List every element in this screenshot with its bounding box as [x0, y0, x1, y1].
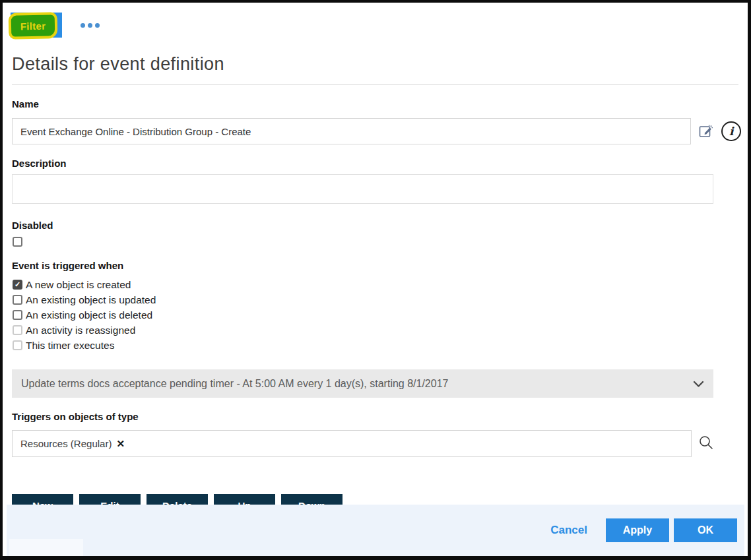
search-object-type-button[interactable] — [698, 434, 715, 453]
ellipsis-icon — [81, 23, 85, 28]
timer-select-value: Update terms docs acceptance pending tim… — [21, 378, 448, 390]
description-label: Description — [12, 158, 738, 169]
disabled-label: Disabled — [12, 220, 738, 231]
dialog-content: Filter Details for event definition Name — [3, 3, 748, 516]
name-label: Name — [12, 98, 738, 109]
trigger-options-list: ✓ A new object is created ✓ An existing … — [13, 277, 741, 353]
trigger-section-label: Event is triggered when — [12, 260, 738, 271]
screenshot-frame: Filter Details for event definition Name — [0, 0, 751, 560]
object-types-row: Resources (Regular) ✕ — [12, 430, 741, 457]
timer-select[interactable]: Update terms docs acceptance pending tim… — [12, 369, 713, 398]
apply-button[interactable]: Apply — [606, 518, 669, 542]
checkbox[interactable]: ✓ — [13, 310, 22, 320]
dialog-footer: Cancel Apply OK — [7, 505, 744, 556]
trigger-option-object-deleted[interactable]: ✓ An existing object is deleted — [13, 307, 741, 323]
object-type-tag: Resources (Regular) ✕ — [20, 438, 125, 450]
description-input[interactable] — [12, 174, 713, 204]
more-options-button[interactable] — [79, 19, 101, 32]
filter-highlight-annotation: Filter — [9, 12, 58, 40]
chevron-down-icon — [693, 379, 704, 390]
ellipsis-icon — [95, 23, 100, 28]
trigger-option-new-object[interactable]: ✓ A new object is created — [13, 277, 741, 292]
trigger-option-label: An existing object is updated — [26, 294, 156, 306]
checkbox[interactable]: ✓ — [13, 280, 22, 290]
check-icon: ✓ — [15, 281, 20, 288]
checkbox[interactable]: ✓ — [13, 325, 22, 335]
trigger-option-label: A new object is created — [26, 279, 131, 291]
toolbar: Filter — [9, 9, 741, 41]
remove-tag-icon[interactable]: ✕ — [116, 438, 125, 450]
object-types-input[interactable]: Resources (Regular) ✕ — [12, 430, 692, 457]
cancel-button[interactable]: Cancel — [550, 524, 587, 537]
filter-button-label: Filter — [20, 20, 46, 32]
name-row: i — [12, 118, 741, 144]
event-definition-dialog: Filter Details for event definition Name — [3, 3, 748, 556]
ok-button[interactable]: OK — [674, 518, 737, 542]
ellipsis-icon — [88, 23, 92, 28]
trigger-option-label: An existing object is deleted — [26, 309, 152, 321]
trigger-option-activity-reassigned[interactable]: ✓ An activity is reassigned — [13, 323, 741, 338]
trigger-option-timer-executes[interactable]: ✓ This timer executes — [13, 338, 741, 353]
watermark-block — [9, 539, 83, 556]
checkbox[interactable]: ✓ — [13, 295, 22, 305]
trigger-option-label: An activity is reassigned — [26, 325, 135, 336]
edit-pencil-icon — [698, 123, 713, 140]
object-types-label: Triggers on objects of type — [12, 411, 738, 422]
search-icon — [698, 434, 715, 453]
trigger-option-object-updated[interactable]: ✓ An existing object is updated — [13, 292, 741, 307]
filter-button[interactable]: Filter — [11, 13, 62, 38]
edit-name-button[interactable] — [698, 123, 713, 140]
trigger-option-label: This timer executes — [26, 340, 114, 352]
checkbox[interactable]: ✓ — [13, 340, 22, 350]
disabled-checkbox[interactable]: ✓ — [13, 237, 22, 247]
info-icon[interactable]: i — [721, 121, 741, 141]
object-type-tag-label: Resources (Regular) — [20, 438, 112, 449]
name-input[interactable] — [12, 118, 691, 144]
page-title: Details for event definition — [12, 54, 738, 85]
